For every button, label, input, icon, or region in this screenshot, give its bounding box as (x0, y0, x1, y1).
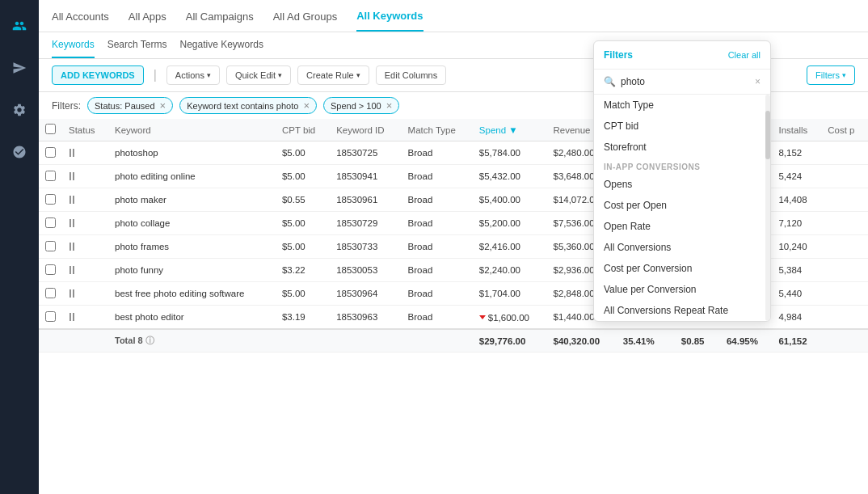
filter-chip-status[interactable]: Status: Paused × (87, 97, 173, 114)
total-arpu: $0.85 (675, 329, 720, 353)
sidebar-icon-users[interactable] (6, 13, 32, 39)
row-cpt-bid: $5.00 (276, 235, 330, 259)
row-cost-p (821, 165, 868, 188)
filter-chip-spend-remove[interactable]: × (386, 100, 393, 111)
sidebar-icon-send[interactable] (6, 55, 32, 81)
row-status: II (62, 282, 108, 306)
filter-chip-spend[interactable]: Spend > 100 × (323, 97, 399, 114)
row-spend: $2,416.00 (473, 235, 547, 259)
subtab-negative-keywords[interactable]: Negative Keywords (180, 39, 263, 58)
row-installs: 7,120 (772, 212, 821, 235)
filter-chip-keyword-text[interactable]: Keyword text contains photo × (179, 97, 317, 114)
col-cpt-bid: CPT bid (276, 119, 330, 141)
dropdown-item-match-type[interactable]: Match Type (594, 95, 770, 116)
row-status: II (62, 188, 108, 212)
row-keyword-id: 18530729 (330, 212, 401, 235)
row-spend: $2,240.00 (473, 259, 547, 282)
row-match-type: Broad (402, 282, 473, 306)
row-checkbox[interactable] (45, 147, 56, 158)
actions-chevron: ▾ (207, 71, 211, 79)
tab-all-keywords[interactable]: All Keywords (356, 10, 423, 32)
row-spend: $1,600.00 (473, 306, 547, 330)
row-keyword: photoshop (108, 141, 276, 165)
row-keyword-id: 18530963 (330, 306, 401, 330)
row-checkbox[interactable] (45, 217, 56, 228)
sidebar-icon-settings[interactable] (6, 139, 32, 165)
row-checkbox[interactable] (45, 171, 56, 181)
row-match-type: Broad (402, 235, 473, 259)
sidebar-icon-gear[interactable] (6, 97, 32, 123)
tab-all-apps[interactable]: All Apps (129, 11, 166, 31)
dropdown-item-cpt-bid[interactable]: CPT bid (594, 116, 770, 137)
quick-edit-button[interactable]: Quick Edit ▾ (226, 65, 291, 85)
row-checkbox[interactable] (45, 264, 56, 275)
tab-all-campaigns[interactable]: All Campaigns (186, 11, 254, 31)
dropdown-item-value-per-conversion[interactable]: Value per Conversion (594, 279, 770, 300)
row-cpt-bid: $3.19 (276, 306, 330, 330)
row-installs: 4,984 (772, 306, 821, 330)
row-keyword: best photo editor (108, 306, 276, 330)
row-match-type: Broad (402, 212, 473, 235)
row-installs: 5,440 (772, 282, 821, 306)
row-status: II (62, 235, 108, 259)
total-spend: $29,776.00 (473, 329, 547, 353)
col-keyword-id: Keyword ID (330, 119, 401, 141)
dropdown-item-cost-per-open[interactable]: Cost per Open (594, 195, 770, 216)
dropdown-item-all-conversions[interactable]: All Conversions (594, 237, 770, 258)
filters-label: Filters: (52, 100, 81, 112)
row-keyword-id: 18530725 (330, 141, 401, 165)
total-ttr: 64.95% (720, 329, 773, 353)
select-all-checkbox[interactable] (45, 124, 56, 134)
subtab-search-terms[interactable]: Search Terms (107, 39, 167, 58)
row-keyword-id: 18530733 (330, 235, 401, 259)
col-spend[interactable]: Spend ▼ (473, 119, 547, 141)
total-cost-p (821, 329, 868, 353)
row-spend: $1,704.00 (473, 282, 547, 306)
filter-search-input[interactable] (621, 76, 750, 87)
create-rule-button[interactable]: Create Rule ▾ (297, 65, 369, 85)
row-cpt-bid: $5.00 (276, 141, 330, 165)
row-installs: 8,152 (772, 141, 821, 165)
row-cost-p (821, 259, 868, 282)
row-cost-p (821, 188, 868, 212)
table-total-row: Total 8 ⓘ $29,776.00 $40,320.00 35.41% $… (39, 329, 868, 353)
create-rule-chevron: ▾ (356, 71, 360, 79)
col-installs: Installs (772, 119, 821, 141)
row-keyword: photo maker (108, 188, 276, 212)
filter-chip-keyword-text-remove[interactable]: × (303, 100, 310, 111)
row-cost-p (821, 141, 868, 165)
row-checkbox[interactable] (45, 311, 56, 322)
actions-button[interactable]: Actions ▾ (166, 65, 220, 85)
dropdown-item-opens[interactable]: Opens (594, 174, 770, 195)
filter-chip-status-remove[interactable]: × (160, 100, 166, 111)
row-keyword-id: 18530961 (330, 188, 401, 212)
quick-edit-chevron: ▾ (278, 71, 282, 79)
row-status: II (62, 165, 108, 188)
row-spend: $5,432.00 (473, 165, 547, 188)
dropdown-item-all-conversions-repeat[interactable]: All Conversions Repeat Rate (594, 300, 770, 321)
row-match-type: Broad (402, 306, 473, 330)
tab-all-ad-groups[interactable]: All Ad Groups (273, 11, 338, 31)
row-cpt-bid: $3.22 (276, 259, 330, 282)
row-installs: 10,240 (772, 235, 821, 259)
edit-columns-button[interactable]: Edit Columns (376, 65, 446, 85)
subtab-keywords[interactable]: Keywords (52, 39, 95, 58)
row-keyword: photo editing online (108, 165, 276, 188)
dropdown-item-storefront[interactable]: Storefront (594, 137, 770, 158)
dropdown-item-open-rate[interactable]: Open Rate (594, 216, 770, 237)
row-checkbox[interactable] (45, 288, 56, 298)
row-keyword-id: 18530053 (330, 259, 401, 282)
tab-all-accounts[interactable]: All Accounts (52, 11, 109, 31)
filters-button[interactable]: Filters ▾ (807, 65, 855, 85)
top-tabs: All Accounts All Apps All Campaigns All … (39, 0, 868, 32)
row-checkbox[interactable] (45, 241, 56, 251)
add-keywords-button[interactable]: ADD KEYWORDS (52, 65, 144, 85)
main-content: All Accounts All Apps All Campaigns All … (39, 0, 868, 494)
dropdown-item-cost-per-conversion[interactable]: Cost per Conversion (594, 258, 770, 279)
row-cost-p (821, 212, 868, 235)
filter-search-clear-button[interactable]: × (755, 76, 761, 87)
col-status: Status (62, 119, 108, 141)
row-checkbox[interactable] (45, 194, 56, 205)
filters-clear-button[interactable]: Clear all (728, 50, 761, 60)
row-cpt-bid: $5.00 (276, 212, 330, 235)
